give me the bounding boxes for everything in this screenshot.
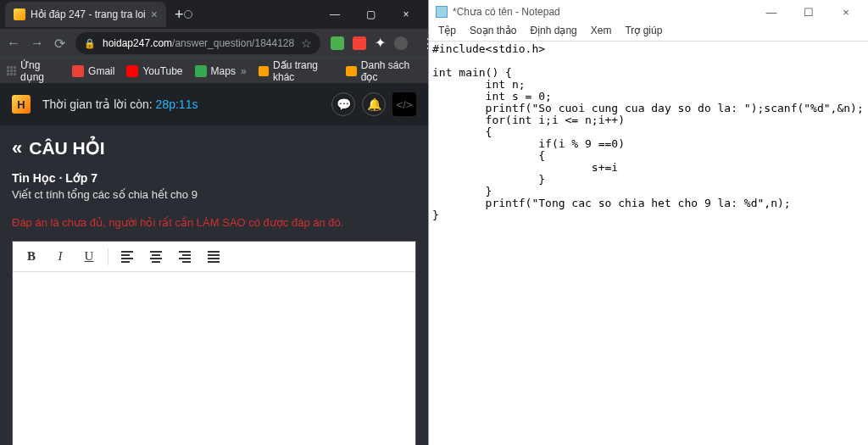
profile-icon[interactable] xyxy=(394,36,408,50)
other-bookmarks[interactable]: Dấu trang khác xyxy=(259,59,335,83)
puzzle-icon[interactable]: ✦ xyxy=(375,36,386,50)
align-right-button[interactable] xyxy=(171,244,198,270)
menu-help[interactable]: Trợ giúp xyxy=(619,24,668,41)
favicon-icon xyxy=(14,8,25,20)
bookmark-star-icon[interactable]: ☆ xyxy=(301,36,312,50)
timer-label: Thời gian trả lời còn: 28p:11s xyxy=(42,97,198,111)
close-button[interactable]: × xyxy=(396,8,416,20)
apps-bookmark[interactable]: Ứng dụng xyxy=(7,59,60,83)
extension-icon[interactable] xyxy=(331,36,344,50)
question-heading: «CÂU HỎI xyxy=(12,137,416,159)
code-icon[interactable]: </> xyxy=(392,92,416,116)
tab-strip: Hỏi đáp 247 - trang tra loi × + — ▢ × xyxy=(0,0,428,29)
subject-label: Tin Học · Lớp 7 xyxy=(12,171,416,185)
folder-icon xyxy=(346,66,356,76)
extension-icon[interactable] xyxy=(353,36,366,50)
minimize-button[interactable]: — xyxy=(325,8,345,20)
url-text: hoidap247.com/answer_question/1844128 xyxy=(103,37,294,49)
editor-textarea[interactable] xyxy=(13,272,415,445)
reload-button[interactable]: ⟳ xyxy=(54,36,65,52)
account-icon[interactable] xyxy=(184,10,192,19)
notepad-titlebar: *Chưa có tên - Notepad — ☐ × xyxy=(429,0,868,24)
site-header: H Thời gian trả lời còn: 28p:11s 💬 🔔 </> xyxy=(0,83,428,125)
extensions: ✦ xyxy=(331,36,408,50)
nav-bar: ← → ⟳ 🔒 hoidap247.com/answer_question/18… xyxy=(0,29,428,58)
folder-icon xyxy=(259,66,269,76)
maps-bookmark[interactable]: Maps xyxy=(195,65,236,77)
browser-tab[interactable]: Hỏi đáp 247 - trang tra loi × xyxy=(5,2,166,27)
new-tab-button[interactable]: + xyxy=(175,6,184,24)
align-left-button[interactable] xyxy=(114,244,141,270)
close-tab-icon[interactable]: × xyxy=(151,8,158,21)
timer-value: 28p:11s xyxy=(156,97,198,111)
menu-view[interactable]: Xem xyxy=(585,24,618,41)
editor-toolbar: B I U xyxy=(13,242,415,272)
align-center-button[interactable] xyxy=(142,244,170,270)
menu-file[interactable]: Tệp xyxy=(432,24,462,41)
youtube-bookmark[interactable]: YouTube xyxy=(126,65,182,77)
site-logo[interactable]: H xyxy=(12,95,31,114)
close-button[interactable]: × xyxy=(831,6,861,19)
menu-edit[interactable]: Soạn thảo xyxy=(464,24,522,41)
page-content: H Thời gian trả lời còn: 28p:11s 💬 🔔 </>… xyxy=(0,83,428,445)
notepad-window: *Chưa có tên - Notepad — ☐ × Tệp Soạn th… xyxy=(428,0,868,445)
menu-format[interactable]: Định dạng xyxy=(524,24,582,41)
tab-title: Hỏi đáp 247 - trang tra loi xyxy=(31,8,146,20)
separator xyxy=(108,248,108,265)
notepad-menubar: Tệp Soạn thảo Định dạng Xem Trợ giúp xyxy=(429,24,868,41)
warning-text: Đáp án là chưa đủ, người hỏi rất cần LÀM… xyxy=(12,216,416,229)
italic-button[interactable]: I xyxy=(47,244,74,270)
align-justify-button[interactable] xyxy=(200,244,227,270)
question-text: Viết ct tính tổng các số chia hết cho 9 xyxy=(12,188,416,201)
notepad-icon xyxy=(436,6,448,18)
notepad-title: *Chưa có tên - Notepad xyxy=(453,6,560,18)
answer-editor: B I U xyxy=(12,241,416,445)
maximize-button[interactable]: ☐ xyxy=(793,6,824,19)
back-arrows-icon[interactable]: « xyxy=(12,137,22,159)
overflow-icon[interactable]: » xyxy=(241,65,247,77)
bold-button[interactable]: B xyxy=(18,244,45,270)
gmail-bookmark[interactable]: Gmail xyxy=(72,65,114,77)
minimize-button[interactable]: — xyxy=(756,6,787,19)
back-button[interactable]: ← xyxy=(7,36,20,51)
notepad-text-area[interactable]: #include<stdio.h> int main() { int n; in… xyxy=(429,41,868,445)
maximize-button[interactable]: ▢ xyxy=(360,8,381,20)
forward-button[interactable]: → xyxy=(31,36,44,51)
address-bar[interactable]: 🔒 hoidap247.com/answer_question/1844128 … xyxy=(75,32,320,54)
browser-window: Hỏi đáp 247 - trang tra loi × + — ▢ × ← … xyxy=(0,0,428,445)
bookmarks-bar: Ứng dụng Gmail YouTube Maps » Dấu trang … xyxy=(0,58,428,83)
reading-list[interactable]: Danh sách đọc xyxy=(346,59,421,83)
underline-button[interactable]: U xyxy=(75,244,103,270)
chat-icon[interactable]: 💬 xyxy=(331,92,355,116)
window-controls: — ▢ × xyxy=(325,8,423,20)
lock-icon: 🔒 xyxy=(84,38,96,49)
bell-icon[interactable]: 🔔 xyxy=(362,92,386,116)
